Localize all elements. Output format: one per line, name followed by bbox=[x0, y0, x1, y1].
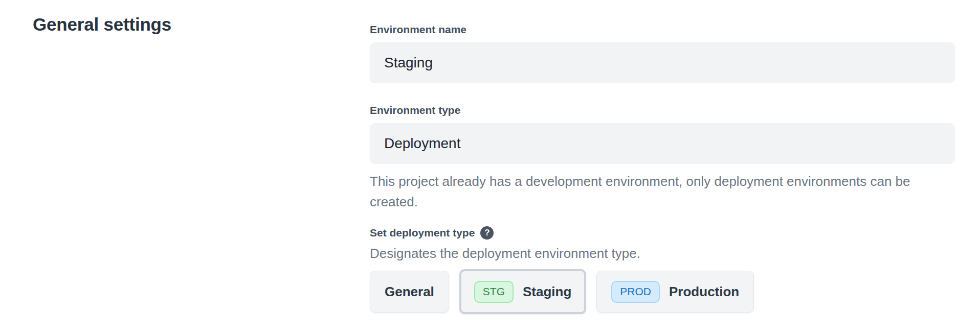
set-deployment-type-row: Set deployment type ? bbox=[370, 226, 955, 240]
deployment-type-option-staging[interactable]: STG Staging bbox=[459, 269, 587, 314]
deployment-type-option-production[interactable]: PROD Production bbox=[596, 271, 754, 313]
environment-type-input[interactable] bbox=[370, 123, 955, 164]
option-label: Production bbox=[669, 284, 739, 300]
option-label: Staging bbox=[523, 284, 571, 300]
question-mark-icon[interactable]: ? bbox=[480, 226, 494, 240]
stg-badge: STG bbox=[474, 281, 514, 303]
option-label: General bbox=[385, 284, 434, 300]
page-title: General settings bbox=[33, 14, 171, 35]
deployment-type-description: Designates the deployment environment ty… bbox=[370, 246, 955, 261]
environment-type-help-text: This project already has a development e… bbox=[370, 171, 953, 212]
environment-name-label: Environment name bbox=[370, 23, 955, 36]
environment-settings-form: Environment name Environment type This p… bbox=[370, 0, 955, 314]
prod-badge: PROD bbox=[611, 281, 660, 303]
environment-type-label: Environment type bbox=[370, 104, 955, 117]
deployment-type-option-general[interactable]: General bbox=[370, 271, 449, 313]
environment-name-input[interactable] bbox=[370, 42, 955, 83]
set-deployment-type-label: Set deployment type bbox=[370, 226, 475, 240]
deployment-type-options: General STG Staging PROD Production bbox=[370, 269, 955, 314]
